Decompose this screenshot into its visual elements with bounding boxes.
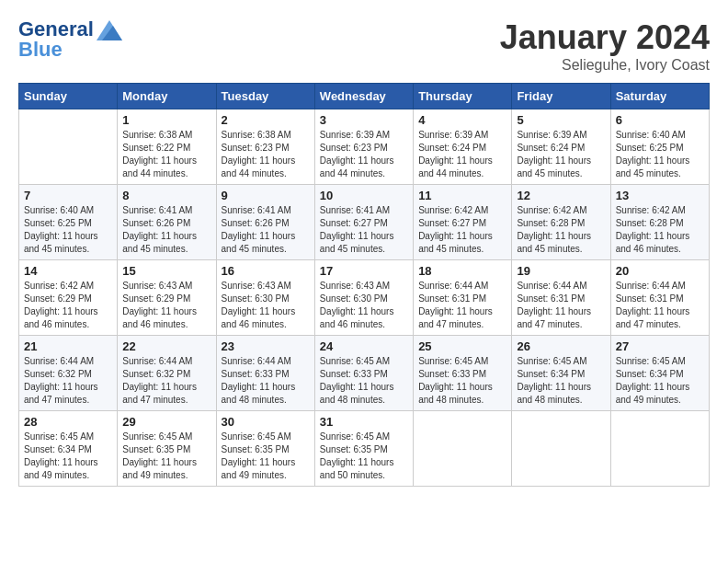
calendar-cell: 21Sunrise: 6:44 AM Sunset: 6:32 PM Dayli… <box>19 336 118 411</box>
day-number: 19 <box>517 264 605 278</box>
day-info: Sunrise: 6:40 AM Sunset: 6:25 PM Dayligh… <box>24 204 112 256</box>
day-number: 16 <box>222 264 310 278</box>
calendar-cell <box>19 109 118 185</box>
calendar-cell: 11Sunrise: 6:42 AM Sunset: 6:27 PM Dayli… <box>414 185 512 260</box>
day-number: 4 <box>418 113 506 127</box>
day-number: 31 <box>320 415 408 429</box>
calendar-day-header: Monday <box>118 84 216 109</box>
day-info: Sunrise: 6:44 AM Sunset: 6:32 PM Dayligh… <box>24 355 112 407</box>
day-info: Sunrise: 6:45 AM Sunset: 6:35 PM Dayligh… <box>122 431 210 482</box>
calendar-cell: 16Sunrise: 6:43 AM Sunset: 6:30 PM Dayli… <box>216 260 314 336</box>
day-number: 28 <box>24 415 112 429</box>
day-info: Sunrise: 6:41 AM Sunset: 6:27 PM Dayligh… <box>320 204 408 256</box>
calendar-table: SundayMondayTuesdayWednesdayThursdayFrid… <box>18 83 710 487</box>
day-info: Sunrise: 6:38 AM Sunset: 6:22 PM Dayligh… <box>122 129 210 180</box>
calendar-cell: 22Sunrise: 6:44 AM Sunset: 6:32 PM Dayli… <box>118 336 216 411</box>
day-info: Sunrise: 6:43 AM Sunset: 6:29 PM Dayligh… <box>122 280 210 331</box>
day-number: 21 <box>24 339 112 353</box>
logo: General Blue <box>18 18 122 61</box>
day-info: Sunrise: 6:42 AM Sunset: 6:27 PM Dayligh… <box>418 204 506 256</box>
calendar-cell: 15Sunrise: 6:43 AM Sunset: 6:29 PM Dayli… <box>118 260 216 336</box>
calendar-cell <box>414 411 512 487</box>
calendar-cell: 23Sunrise: 6:44 AM Sunset: 6:33 PM Dayli… <box>216 336 314 411</box>
day-number: 18 <box>418 264 506 278</box>
day-number: 14 <box>24 264 112 278</box>
day-number: 25 <box>418 339 506 353</box>
day-info: Sunrise: 6:44 AM Sunset: 6:33 PM Dayligh… <box>222 355 310 407</box>
calendar-cell: 20Sunrise: 6:44 AM Sunset: 6:31 PM Dayli… <box>610 260 709 336</box>
calendar-cell: 5Sunrise: 6:39 AM Sunset: 6:24 PM Daylig… <box>512 109 610 185</box>
day-info: Sunrise: 6:43 AM Sunset: 6:30 PM Dayligh… <box>222 280 310 331</box>
day-number: 30 <box>222 415 310 429</box>
calendar-cell: 4Sunrise: 6:39 AM Sunset: 6:24 PM Daylig… <box>414 109 512 185</box>
day-number: 10 <box>320 189 408 202</box>
day-number: 9 <box>222 189 310 202</box>
month-title: January 2024 <box>500 18 710 57</box>
calendar-cell: 7Sunrise: 6:40 AM Sunset: 6:25 PM Daylig… <box>19 185 118 260</box>
day-number: 11 <box>418 189 506 202</box>
calendar-day-header: Wednesday <box>314 84 413 109</box>
calendar-cell: 29Sunrise: 6:45 AM Sunset: 6:35 PM Dayli… <box>118 411 216 487</box>
calendar-cell: 17Sunrise: 6:43 AM Sunset: 6:30 PM Dayli… <box>314 260 413 336</box>
calendar-week-row: 14Sunrise: 6:42 AM Sunset: 6:29 PM Dayli… <box>19 260 710 336</box>
calendar-cell: 18Sunrise: 6:44 AM Sunset: 6:31 PM Dayli… <box>414 260 512 336</box>
calendar-cell: 8Sunrise: 6:41 AM Sunset: 6:26 PM Daylig… <box>118 185 216 260</box>
calendar-day-header: Saturday <box>610 84 709 109</box>
day-info: Sunrise: 6:39 AM Sunset: 6:23 PM Dayligh… <box>320 129 408 180</box>
day-info: Sunrise: 6:38 AM Sunset: 6:23 PM Dayligh… <box>222 129 310 180</box>
day-number: 5 <box>517 113 605 127</box>
calendar-cell <box>512 411 610 487</box>
day-number: 20 <box>616 264 704 278</box>
day-number: 7 <box>24 189 112 202</box>
calendar-cell: 13Sunrise: 6:42 AM Sunset: 6:28 PM Dayli… <box>610 185 709 260</box>
day-info: Sunrise: 6:45 AM Sunset: 6:33 PM Dayligh… <box>320 355 408 407</box>
calendar-cell: 6Sunrise: 6:40 AM Sunset: 6:25 PM Daylig… <box>610 109 709 185</box>
day-info: Sunrise: 6:45 AM Sunset: 6:34 PM Dayligh… <box>24 431 112 482</box>
day-number: 2 <box>222 113 310 127</box>
day-number: 6 <box>616 113 704 127</box>
calendar-day-header: Thursday <box>414 84 512 109</box>
calendar-week-row: 28Sunrise: 6:45 AM Sunset: 6:34 PM Dayli… <box>19 411 710 487</box>
day-number: 17 <box>320 264 408 278</box>
day-number: 1 <box>122 113 210 127</box>
day-info: Sunrise: 6:44 AM Sunset: 6:32 PM Dayligh… <box>122 355 210 407</box>
location-title: Selieguhe, Ivory Coast <box>500 57 710 74</box>
calendar-cell: 12Sunrise: 6:42 AM Sunset: 6:28 PM Dayli… <box>512 185 610 260</box>
calendar-header-row: SundayMondayTuesdayWednesdayThursdayFrid… <box>19 84 710 109</box>
day-number: 12 <box>517 189 605 202</box>
day-info: Sunrise: 6:42 AM Sunset: 6:28 PM Dayligh… <box>517 204 605 256</box>
calendar-cell: 10Sunrise: 6:41 AM Sunset: 6:27 PM Dayli… <box>314 185 413 260</box>
day-number: 29 <box>122 415 210 429</box>
day-info: Sunrise: 6:45 AM Sunset: 6:35 PM Dayligh… <box>320 431 408 482</box>
calendar-day-header: Friday <box>512 84 610 109</box>
day-number: 24 <box>320 339 408 353</box>
day-number: 27 <box>616 339 704 353</box>
logo-icon <box>97 20 122 40</box>
day-number: 3 <box>320 113 408 127</box>
day-info: Sunrise: 6:44 AM Sunset: 6:31 PM Dayligh… <box>616 280 704 331</box>
day-info: Sunrise: 6:43 AM Sunset: 6:30 PM Dayligh… <box>320 280 408 331</box>
calendar-cell: 28Sunrise: 6:45 AM Sunset: 6:34 PM Dayli… <box>19 411 118 487</box>
day-info: Sunrise: 6:39 AM Sunset: 6:24 PM Dayligh… <box>418 129 506 180</box>
page-header: General Blue January 2024 Selieguhe, Ivo… <box>18 18 710 74</box>
calendar-cell <box>610 411 709 487</box>
day-number: 23 <box>222 339 310 353</box>
day-info: Sunrise: 6:45 AM Sunset: 6:34 PM Dayligh… <box>517 355 605 407</box>
calendar-cell: 1Sunrise: 6:38 AM Sunset: 6:22 PM Daylig… <box>118 109 216 185</box>
calendar-cell: 24Sunrise: 6:45 AM Sunset: 6:33 PM Dayli… <box>314 336 413 411</box>
day-info: Sunrise: 6:45 AM Sunset: 6:34 PM Dayligh… <box>616 355 704 407</box>
day-info: Sunrise: 6:39 AM Sunset: 6:24 PM Dayligh… <box>517 129 605 180</box>
day-info: Sunrise: 6:42 AM Sunset: 6:28 PM Dayligh… <box>616 204 704 256</box>
day-number: 13 <box>616 189 704 202</box>
calendar-cell: 2Sunrise: 6:38 AM Sunset: 6:23 PM Daylig… <box>216 109 314 185</box>
calendar-cell: 19Sunrise: 6:44 AM Sunset: 6:31 PM Dayli… <box>512 260 610 336</box>
day-info: Sunrise: 6:44 AM Sunset: 6:31 PM Dayligh… <box>418 280 506 331</box>
calendar-week-row: 21Sunrise: 6:44 AM Sunset: 6:32 PM Dayli… <box>19 336 710 411</box>
calendar-cell: 14Sunrise: 6:42 AM Sunset: 6:29 PM Dayli… <box>19 260 118 336</box>
calendar-cell: 3Sunrise: 6:39 AM Sunset: 6:23 PM Daylig… <box>314 109 413 185</box>
title-block: January 2024 Selieguhe, Ivory Coast <box>500 18 710 74</box>
day-info: Sunrise: 6:45 AM Sunset: 6:33 PM Dayligh… <box>418 355 506 407</box>
calendar-cell: 26Sunrise: 6:45 AM Sunset: 6:34 PM Dayli… <box>512 336 610 411</box>
day-number: 8 <box>122 189 210 202</box>
calendar-day-header: Tuesday <box>216 84 314 109</box>
